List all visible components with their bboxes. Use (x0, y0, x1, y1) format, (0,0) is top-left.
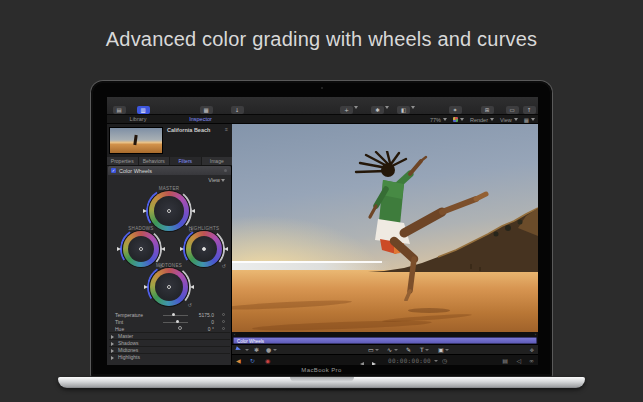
wheel-puck[interactable] (167, 209, 171, 213)
tab-properties[interactable]: Properties (107, 157, 139, 165)
clock-icon[interactable]: ◷ (442, 355, 447, 365)
group-midtones[interactable]: Midtones (109, 346, 230, 353)
filter-name: Color Wheels (119, 168, 152, 174)
wheel-view-menu[interactable]: View (208, 177, 225, 183)
step-back-icon[interactable] (360, 358, 364, 365)
chevron-down-icon (514, 118, 518, 121)
reset-icon[interactable]: ↺ (188, 302, 192, 308)
chevron-down-icon (394, 349, 398, 351)
tab-filters[interactable]: Filters (170, 157, 202, 165)
tools-bar: ✱ ● ▭ ∿ ✎ T ▣ ✥ (232, 344, 538, 354)
media-thumbnail (109, 127, 163, 154)
mute-audio-icon[interactable]: ◀ (236, 355, 241, 365)
chevron-down-icon (443, 118, 447, 121)
chevron-down-icon (375, 349, 379, 351)
add-object-icon: + (340, 106, 353, 114)
color-wheel-midtones[interactable]: ↺ (150, 268, 188, 306)
timecode-menu[interactable] (432, 355, 438, 365)
color-wheel-shadows[interactable]: ↺ (123, 231, 159, 267)
hue-ring[interactable] (186, 231, 222, 267)
wheel-puck[interactable] (139, 247, 143, 251)
chevron-down-icon (385, 106, 389, 109)
loop-playback-icon[interactable]: ↻ (250, 355, 255, 365)
slider-handle[interactable] (176, 320, 179, 323)
view-menu[interactable]: View (500, 117, 518, 123)
hue-ring[interactable] (150, 268, 188, 306)
reset-icon[interactable] (222, 320, 225, 323)
group-master[interactable]: Master (109, 332, 230, 339)
reset-icon[interactable]: ↺ (222, 263, 226, 269)
timecode-display[interactable]: 00:00:00:00 (388, 355, 431, 365)
hud-icon: ▭ (506, 106, 519, 114)
chevron-down-icon (531, 118, 535, 121)
select-tool-icon[interactable] (235, 346, 241, 351)
media-row[interactable]: California Beach ≡ (107, 124, 232, 157)
wheel-handle-right[interactable] (161, 247, 165, 251)
color-wheel-master[interactable]: ↺ (149, 191, 189, 231)
canvas-area[interactable]: ‹ › Color Wheels ✱ ● ▭ ∿ ✎ T ▣ ✥ (232, 124, 538, 365)
wheel-handle-left[interactable] (143, 209, 147, 213)
camera-icon (321, 87, 323, 89)
chevron-down-icon (490, 118, 494, 121)
hero-title: Advanced color grading with wheels and c… (0, 28, 643, 51)
timeline-clip[interactable]: Color Wheels (233, 337, 537, 344)
media-list-icon[interactable]: ≡ (225, 126, 228, 132)
make-particles-icon: ✦ (449, 106, 462, 114)
motion-app-window: ▤ Library ▥ Inspector ▦ Project Pane ↓ I… (107, 97, 538, 365)
hue-ring[interactable] (149, 191, 189, 231)
wheel-handle-right[interactable] (190, 285, 194, 289)
param-temperature: Temperature 5175.0 (111, 311, 228, 318)
color-channels-icon (453, 117, 458, 122)
app-store-screenshot: Advanced color grading with wheels and c… (0, 0, 643, 402)
macbook-lid: ▤ Library ▥ Inspector ▦ Project Pane ↓ I… (90, 80, 553, 377)
wheel-puck[interactable] (167, 285, 171, 289)
layout-control[interactable]: ▦ (524, 117, 535, 123)
filter-options-icon[interactable] (224, 169, 227, 172)
device-label: MacBook Pro (91, 367, 552, 373)
hue-ring[interactable] (123, 231, 159, 267)
wheel-handle-left[interactable] (117, 247, 121, 251)
group-shadows[interactable]: Shadows (109, 339, 230, 346)
tab-image[interactable]: Image (202, 157, 233, 165)
record-icon[interactable]: ◉ (265, 355, 270, 365)
filters-icon: ◧ (397, 106, 410, 114)
tab-library[interactable]: Library (107, 115, 169, 124)
inspector-panel: California Beach ≡ Properties Behaviors … (107, 124, 232, 365)
reset-icon[interactable] (222, 327, 225, 330)
group-highlights[interactable]: Highlights (109, 353, 230, 360)
color-wheel-highlights[interactable]: ↺ (186, 231, 222, 267)
color-wheels-header[interactable]: ✓ Color Wheels (108, 166, 231, 175)
chevron-down-icon (445, 349, 449, 351)
wheel-handle-left[interactable] (144, 285, 148, 289)
audio-icon[interactable]: ◁ (516, 355, 521, 365)
reset-icon[interactable] (222, 313, 225, 316)
wheel-puck[interactable] (202, 247, 206, 251)
hue-dial[interactable] (178, 326, 182, 330)
project-pane-icon: ▦ (200, 106, 213, 114)
tab-behaviors[interactable]: Behaviors (139, 157, 171, 165)
jumping-person (342, 151, 495, 301)
link-icon[interactable]: ∞ (529, 355, 534, 365)
channels-control[interactable] (453, 117, 464, 122)
chevron-down-icon (245, 349, 249, 351)
macbook-base (58, 377, 585, 388)
render-menu[interactable]: Render (470, 117, 494, 123)
wheel-handle-right[interactable] (191, 209, 195, 213)
inspector-icon: ▥ (137, 106, 150, 114)
tint-slider[interactable] (163, 322, 188, 323)
wheel-handle-right[interactable] (224, 247, 228, 251)
zoom-level-control[interactable]: 77% (430, 117, 447, 123)
tab-inspector[interactable]: Inspector (169, 115, 232, 124)
filter-enabled-checkbox[interactable]: ✓ (111, 168, 116, 173)
play-icon[interactable] (372, 358, 376, 365)
chevron-down-icon (354, 106, 358, 109)
temperature-slider[interactable] (163, 315, 188, 316)
replicate-icon: ⊞ (481, 106, 494, 114)
share-icon: ↑ (523, 106, 536, 114)
slider-handle[interactable] (172, 313, 175, 316)
chevron-down-icon (460, 118, 464, 121)
wheel-handle-left[interactable] (180, 247, 184, 251)
library-icon: ▤ (113, 106, 126, 114)
panel-toggle-icon[interactable]: ▤ (502, 355, 508, 365)
inspector-tabs: Properties Behaviors Filters Image (107, 157, 232, 166)
